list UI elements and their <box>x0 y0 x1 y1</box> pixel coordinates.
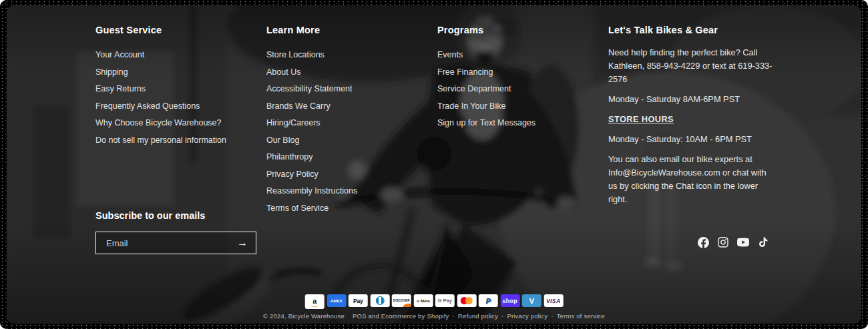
footer-link[interactable]: Privacy Policy <box>266 170 318 179</box>
instagram-icon <box>718 237 728 248</box>
facebook-icon <box>698 237 709 248</box>
footer-link[interactable]: Your Account <box>95 50 144 59</box>
contact-phone-text: Need help finding the perfect bike? Call… <box>608 46 775 86</box>
footer-link[interactable]: Hiring/Careers <box>266 118 320 127</box>
instagram-link[interactable] <box>717 236 729 248</box>
email-subscribe-box: → <box>95 232 256 254</box>
footer-link[interactable]: Trade In Your Bike <box>437 101 505 111</box>
store-hours-text: Monday - Saturday: 10AM - 6PM PST <box>608 133 775 146</box>
newsletter-heading: Subscribe to our emails <box>95 210 256 222</box>
footer-link[interactable]: Store Locations <box>266 50 324 59</box>
payment-amazon-badge: a <box>305 294 324 309</box>
column-links: EventsFree FinancingService DepartmentTr… <box>437 46 604 131</box>
column-heading: Programs <box>437 25 604 36</box>
footer-link[interactable]: Sign up for Text Messages <box>437 118 535 127</box>
footer-link[interactable]: Brands We Carry <box>266 101 331 111</box>
footer-link[interactable]: Events <box>437 50 463 59</box>
footer-link[interactable]: Terms of Service <box>266 204 329 213</box>
separator-dot: · <box>452 312 454 320</box>
separator-dot: · <box>551 312 553 320</box>
column-links: Store LocationsAbout UsAccessibility Sta… <box>266 46 433 216</box>
copyright-text: © 2024, Bicycle Warehouse <box>263 312 345 320</box>
subscribe-arrow-button[interactable]: → <box>229 232 256 254</box>
footer-link[interactable]: Do not sell my personal information <box>95 135 226 145</box>
footer-link[interactable]: Reassembly Instructions <box>266 186 357 196</box>
footer-section: Guest Service Your AccountShippingEasy R… <box>0 0 868 329</box>
facebook-link[interactable] <box>697 236 709 248</box>
footer-column-contact: Let's Talk Bikes & Gear Need help findin… <box>608 25 775 213</box>
payment-discover-badge: DISCOVER <box>392 294 411 307</box>
payment-google-pay-badge: G Pay <box>435 294 455 307</box>
shopify-credit-link[interactable]: POS and Ecommerce by Shopify <box>353 312 449 320</box>
privacy-policy-link[interactable]: Privacy policy <box>507 312 548 320</box>
payment-apple-pay-badge: Pay <box>349 294 368 307</box>
payment-mastercard-badge <box>457 294 476 307</box>
tiktok-icon <box>758 237 769 248</box>
separator-dot: · <box>501 312 503 320</box>
footer-link[interactable]: About Us <box>266 67 300 77</box>
payment-badges: aAMEXPayDISCOVER∞ MetaG PayPshopVVISA <box>305 294 564 309</box>
column-links: Your AccountShippingEasy ReturnsFrequent… <box>95 46 262 148</box>
payment-meta-pay-badge: ∞ Meta <box>413 294 433 307</box>
payment-amex-badge: AMEX <box>327 294 346 307</box>
footer-link[interactable]: Shipping <box>95 67 128 77</box>
footer-link[interactable]: Why Choose Bicycle Warehouse? <box>95 118 222 127</box>
email-input[interactable] <box>96 238 229 248</box>
footer-column-guest-service: Guest Service Your AccountShippingEasy R… <box>95 25 262 148</box>
contact-email-text: You can also email our bike experts at I… <box>608 153 775 206</box>
contact-hours-text: Monday - Saturday 8AM-6PM PST <box>608 93 775 106</box>
column-heading: Learn More <box>266 25 433 36</box>
newsletter-section: Subscribe to our emails → <box>95 210 256 254</box>
payment-visa-badge: VISA <box>544 294 563 307</box>
payment-diners-club-badge <box>370 294 389 307</box>
footer-link[interactable]: Service Department <box>437 84 511 93</box>
refund-policy-link[interactable]: Refund policy <box>458 312 498 320</box>
footer-link[interactable]: Frequently Asked Questions <box>95 101 200 111</box>
terms-of-service-link[interactable]: Terms of service <box>557 312 605 320</box>
column-heading: Guest Service <box>95 25 262 36</box>
payment-paypal-badge: P <box>479 294 498 307</box>
legal-row: © 2024, Bicycle WarehousePOS and Ecommer… <box>0 312 868 320</box>
payment-shop-pay-badge: shop <box>500 294 519 307</box>
footer-link[interactable]: Our Blog <box>266 135 299 145</box>
footer-column-learn-more: Learn More Store LocationsAbout UsAccess… <box>266 25 433 216</box>
contact-heading: Let's Talk Bikes & Gear <box>608 25 775 36</box>
youtube-link[interactable] <box>737 236 749 248</box>
payment-venmo-badge: V <box>522 294 541 307</box>
footer-link[interactable]: Easy Returns <box>95 84 146 93</box>
footer-column-programs: Programs EventsFree FinancingService Dep… <box>437 25 604 131</box>
footer-link[interactable]: Free Financing <box>437 67 493 77</box>
footer-link[interactable]: Accessibility Statement <box>266 84 353 93</box>
store-hours-label: STORE HOURS <box>608 113 775 126</box>
youtube-icon <box>737 238 749 247</box>
social-links <box>697 236 769 248</box>
footer-link[interactable]: Philanthropy <box>266 152 313 161</box>
tiktok-link[interactable] <box>757 236 769 248</box>
